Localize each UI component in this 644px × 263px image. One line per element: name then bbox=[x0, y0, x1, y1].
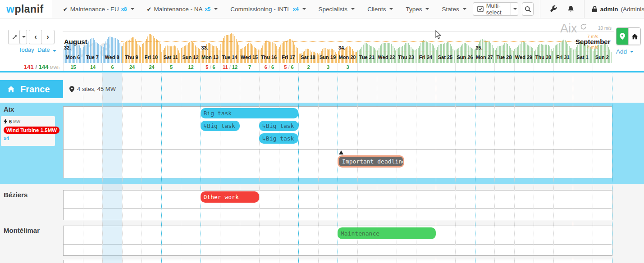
machine-badge[interactable]: Wind Turbine 1.5MW bbox=[4, 127, 59, 134]
nav-menu-maintenance-na[interactable]: ✔Maintenance - NAx5 bbox=[141, 0, 224, 18]
search-icon bbox=[525, 6, 531, 13]
day-header-sun-19[interactable]: Sun 19 bbox=[318, 54, 338, 60]
caret-down-icon bbox=[425, 8, 429, 10]
wind-forecast-bar bbox=[567, 44, 568, 63]
task-bar-maintenance[interactable]: Maintenance bbox=[338, 227, 436, 239]
day-header-sun-26[interactable]: Sun 26 bbox=[455, 54, 475, 60]
country-header[interactable]: France bbox=[0, 80, 63, 98]
day-header-wed-15[interactable]: Wed 15 bbox=[240, 54, 259, 60]
day-header-sat-18[interactable]: Sat 18 bbox=[298, 54, 318, 60]
task-bar-big-task[interactable]: ↳Big task bbox=[259, 121, 298, 131]
wind-forecast-bar bbox=[443, 44, 444, 63]
search-button[interactable] bbox=[522, 2, 534, 16]
nav-menu-commissioning-intl[interactable]: Commissioning - INTLx4 bbox=[224, 0, 312, 18]
nav-menu-types[interactable]: Types bbox=[399, 0, 435, 18]
day-header-sat-11[interactable]: Sat 11 bbox=[161, 54, 181, 60]
task-bar-big-task[interactable]: ↳Big task bbox=[259, 133, 298, 144]
day-header-fri-17[interactable]: Fri 17 bbox=[279, 54, 298, 60]
day-header-mon-13[interactable]: Mon 13 bbox=[201, 54, 220, 60]
wind-forecast-bar bbox=[210, 44, 211, 63]
day-header-fri-10[interactable]: Fri 10 bbox=[142, 54, 161, 60]
task-bar-big-task[interactable]: ↳Big task bbox=[201, 121, 240, 131]
wind-forecast-bar bbox=[87, 43, 88, 63]
wind-forecast-bar bbox=[506, 43, 507, 63]
day-grid-line bbox=[514, 73, 515, 263]
wrench-icon[interactable] bbox=[550, 5, 557, 13]
multi-select-caret-button[interactable] bbox=[511, 2, 518, 16]
day-header-mon-6[interactable]: Mon 6 bbox=[63, 54, 82, 60]
day-grid-line bbox=[593, 73, 593, 263]
wind-forecast-bar bbox=[86, 45, 87, 63]
day-value-cell: 14 bbox=[83, 63, 103, 71]
station-overlay: Aix bbox=[560, 22, 587, 36]
bell-icon[interactable] bbox=[567, 5, 574, 13]
wind-forecast-bar bbox=[366, 43, 367, 63]
refresh-icon[interactable] bbox=[580, 23, 587, 30]
wind-forecast-bar bbox=[561, 42, 562, 63]
day-header-fri-24[interactable]: Fri 24 bbox=[416, 54, 435, 60]
lock-icon bbox=[592, 6, 598, 13]
wind-forecast-bar bbox=[385, 43, 386, 63]
chart-top-border bbox=[63, 32, 614, 32]
day-header-tue-28[interactable]: Tue 28 bbox=[494, 54, 514, 60]
multi-select-button[interactable]: Multi-select bbox=[473, 2, 511, 16]
map-pin-button[interactable] bbox=[617, 28, 628, 45]
nav-menu-count-badge: x4 bbox=[293, 6, 299, 12]
zoom-range-caret-button[interactable] bbox=[19, 30, 27, 44]
site-name-beziers: Béziers bbox=[4, 191, 27, 199]
week-number-label: 33. bbox=[201, 45, 208, 50]
energy-summary: 141 / 144 MWh bbox=[4, 63, 59, 70]
zoom-range-button[interactable] bbox=[8, 30, 21, 44]
day-header-mon-20[interactable]: Mon 20 bbox=[338, 54, 357, 60]
day-header-wed-29[interactable]: Wed 29 bbox=[514, 54, 534, 60]
nav-menu-count-badge: x5 bbox=[205, 6, 210, 12]
nav-menu-specialists[interactable]: Specialists bbox=[312, 0, 361, 18]
home-view-button[interactable] bbox=[628, 28, 640, 45]
next-period-button[interactable]: › bbox=[41, 30, 55, 44]
app-logo[interactable]: wplanif bbox=[0, 0, 52, 18]
wind-max-label: 10 m/s bbox=[598, 26, 612, 31]
wind-forecast-bar bbox=[603, 45, 603, 63]
wind-forecast-bar bbox=[247, 44, 248, 63]
day-header-wed-8[interactable]: Wed 8 bbox=[102, 54, 122, 60]
wind-forecast-bar bbox=[275, 44, 276, 63]
user-menu[interactable]: admin (Administrator) bbox=[585, 0, 644, 18]
day-header-tue-14[interactable]: Tue 14 bbox=[220, 54, 239, 60]
prev-period-button[interactable]: ‹ bbox=[29, 30, 42, 44]
day-header-sun-2[interactable]: Sun 2 bbox=[593, 54, 612, 60]
date-link[interactable]: Date bbox=[37, 46, 56, 53]
day-value-cell: 24 bbox=[142, 63, 161, 71]
nav-menu-clients[interactable]: Clients bbox=[361, 0, 399, 18]
wind-line-4ms bbox=[194, 51, 609, 51]
weekend-guide-line bbox=[475, 73, 475, 263]
day-header-thu-16[interactable]: Thu 16 bbox=[259, 54, 279, 60]
day-header-sat-1[interactable]: Sat 1 bbox=[573, 54, 592, 60]
wind-forecast-bar bbox=[104, 44, 105, 63]
day-header-tue-7[interactable]: Tue 7 bbox=[83, 54, 102, 60]
day-header-mon-27[interactable]: Mon 27 bbox=[475, 54, 494, 60]
day-header-thu-9[interactable]: Thu 9 bbox=[122, 54, 142, 60]
task-bar-important-deadline[interactable]: Important deadline bbox=[338, 155, 404, 168]
day-header-sun-12[interactable]: Sun 12 bbox=[181, 54, 200, 60]
day-header-fri-31[interactable]: Fri 31 bbox=[553, 54, 573, 60]
nav-menu-count-badge: x8 bbox=[121, 6, 127, 12]
wind-forecast-bar bbox=[545, 45, 546, 63]
wind-forecast-bar bbox=[188, 43, 189, 63]
wind-forecast-bar bbox=[605, 44, 606, 63]
day-header-sat-25[interactable]: Sat 25 bbox=[436, 54, 455, 60]
day-header-tue-21[interactable]: Tue 21 bbox=[357, 54, 377, 60]
task-bar-other-work[interactable]: Other work bbox=[201, 191, 260, 203]
task-bar-big-task[interactable]: Big task bbox=[201, 108, 299, 118]
day-header-thu-23[interactable]: Thu 23 bbox=[397, 54, 416, 60]
day-grid-line bbox=[318, 73, 319, 263]
aix-power: 6 MW bbox=[4, 118, 55, 124]
day-header-wed-22[interactable]: Wed 22 bbox=[377, 54, 396, 60]
energy-target: 144 bbox=[39, 63, 49, 70]
add-link[interactable]: Add bbox=[616, 48, 634, 55]
wind-forecast-bar bbox=[119, 43, 120, 63]
nav-menu-maintenance-eu[interactable]: ✔Maintenance - EUx8 bbox=[57, 0, 141, 18]
wind-forecast-bar bbox=[282, 43, 283, 63]
today-link[interactable]: Today bbox=[18, 46, 34, 53]
day-header-thu-30[interactable]: Thu 30 bbox=[534, 54, 553, 60]
nav-menu-states[interactable]: States bbox=[435, 0, 472, 18]
